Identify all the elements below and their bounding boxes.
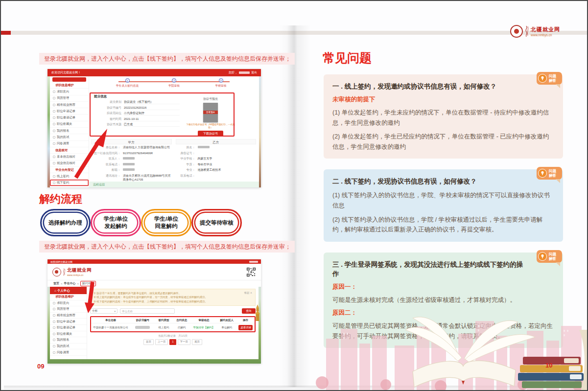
preview-thumbnail[interactable]: 查看预览 bbox=[203, 103, 218, 122]
menu-icon bbox=[53, 142, 55, 145]
page-number-right: 10 bbox=[545, 362, 552, 369]
instruction-strip-2: 登录北疆就业网，进入个人中心，点击【线下签约】，填写个人信息及签约信息后保存并送… bbox=[39, 241, 295, 253]
sidebar-item[interactable]: 求职意向 bbox=[50, 89, 89, 95]
cell-sign-type: 线上签约 bbox=[155, 326, 173, 329]
page-button[interactable]: 下一页 bbox=[178, 339, 191, 345]
sidebar-item[interactable]: 职位邀请记录 bbox=[50, 115, 89, 121]
cell-initiator: 单位解约 bbox=[217, 326, 236, 329]
booklet-spread: 北疆就业网 www.nmbys.cn 登录北疆就业网，进入个人中心，点击【线下签… bbox=[0, 0, 588, 391]
sidebar-active-pill bbox=[52, 77, 86, 82]
step-number: 2 bbox=[172, 78, 176, 83]
sidebar-item[interactable]: 线下签约 bbox=[50, 180, 89, 186]
form-field: 协议书来源 已生成 bbox=[94, 122, 180, 127]
faq-card: 问题 解答 二 . 线下签约，发现协议书信息有误，如何修改？ (1) 线下签约录… bbox=[324, 169, 563, 241]
step-label: 学生录入签约信息 bbox=[116, 84, 139, 88]
menu-icon bbox=[53, 175, 55, 178]
sidebar-item[interactable]: 我的报名 bbox=[50, 337, 87, 344]
brand-name: 北疆就业网 bbox=[531, 26, 560, 33]
site-topbar: 欢迎访问北疆就业网！ 您好， 退出 bbox=[47, 69, 261, 76]
view-detail-button[interactable]: 查看详情 bbox=[238, 325, 253, 330]
menu-icon bbox=[53, 156, 55, 158]
flow-step: 提交等待审核 bbox=[191, 209, 242, 236]
instruction-strip-1: 登录北疆就业网，进入个人中心，点击【线下签约】，填写个人信息及签约信息后保存并送… bbox=[39, 53, 295, 65]
sidebar-item[interactable]: 信息核对 bbox=[50, 147, 89, 154]
company-search-input[interactable] bbox=[120, 308, 175, 314]
menu-icon bbox=[53, 110, 55, 113]
sidebar-item[interactable]: 线上签约 bbox=[50, 173, 89, 180]
logout-link[interactable]: 退出 bbox=[251, 70, 257, 75]
form-field: 协议书编号 20221012620116 bbox=[94, 106, 180, 111]
sidebar-item[interactable]: 毕业去向登记 bbox=[50, 167, 89, 173]
sidebar-item[interactable]: 精准就业推荐 bbox=[50, 313, 87, 319]
sidebar-item[interactable]: 我的报名 bbox=[50, 128, 89, 134]
search-button[interactable]: 查询 bbox=[242, 308, 256, 314]
qa-badge: 问题 解答 bbox=[537, 250, 562, 263]
sidebar-item[interactable]: 我的面试 bbox=[50, 134, 89, 140]
sidebar-item[interactable]: 职位邀请记录 bbox=[50, 325, 87, 331]
print-note: 下载打印电子协议书（A4规格双面打印，一式四份） bbox=[185, 123, 236, 129]
menu-icon bbox=[53, 345, 55, 347]
menu-icon bbox=[53, 97, 55, 99]
form-field: 邮箱： bbox=[91, 168, 172, 173]
sidebar-item[interactable]: 简历管理 bbox=[50, 306, 87, 313]
page-button[interactable]: 1 bbox=[169, 339, 176, 345]
page-button[interactable]: 首页 bbox=[143, 339, 154, 345]
form-field: 姓名： bbox=[176, 145, 257, 150]
faq-paragraph: 可能是生源未核对完成（生源经过省级审核通过，才算核对完成）。 bbox=[332, 295, 554, 305]
screenshot-termination-center: 校园招聘北疆就业网 北疆就业网 www.nmbys.cn bbox=[47, 259, 261, 364]
breadcrumb-home[interactable]: 首页 bbox=[53, 281, 59, 286]
menu-icon bbox=[53, 321, 55, 323]
chevron-down-icon: ▾ bbox=[114, 310, 116, 313]
menu-icon bbox=[53, 302, 55, 304]
sidebar-item[interactable]: 职位收藏夹 bbox=[50, 331, 87, 338]
sidebar-item[interactable]: 职位收藏夹 bbox=[50, 121, 89, 128]
sidebar-item[interactable]: 基本信息核对 bbox=[50, 154, 89, 160]
sidebar-item[interactable]: 就业信息核对 bbox=[50, 161, 89, 167]
form-field: 联系电话： bbox=[176, 174, 257, 179]
sidebar-item[interactable]: 职位申请记录 bbox=[50, 108, 89, 115]
type-select[interactable]: 全部 ▾ bbox=[90, 308, 118, 314]
sidebar-item[interactable]: 问卷调查 bbox=[50, 349, 87, 356]
sidebar-item[interactable]: 职位申请记录 bbox=[50, 319, 87, 325]
breadcrumb-termination-center[interactable]: 解约中心 bbox=[80, 281, 96, 286]
faq-paragraph: (2) 单位发起签约，学生已经应约的情况下，单位在数据管理 - 已应约中修改邀约… bbox=[332, 132, 554, 152]
notice-box: ① 协议书一旦生成，需要解约并与新单位签约，须先完成必要的解约操作。② 线上签约… bbox=[90, 289, 256, 306]
form-field: 学历： 专科生毕业 bbox=[176, 162, 257, 167]
faq-card: 问题 解答 一 . 线上签约，发现邀约或协议书信息有误，如何修改？ 未审核的前提… bbox=[324, 74, 563, 159]
sidebar-item[interactable]: 问卷调查 bbox=[50, 141, 89, 147]
faq-block: 可能是生源未核对完成（生源经过省级审核通过，才算核对完成）。 bbox=[332, 295, 554, 305]
page-button[interactable]: 上一页 bbox=[155, 339, 168, 345]
redacted-value bbox=[135, 326, 150, 329]
sidebar-item[interactable]: 简历管理 bbox=[50, 95, 89, 102]
record-count: 当前共2条记录 共1/1页 bbox=[90, 334, 256, 338]
breadcrumb-student-center[interactable]: 学生中心 bbox=[64, 281, 76, 286]
cell-contract-status: 已解约 bbox=[173, 326, 191, 329]
collapse-link[interactable]: 收起 ∧ bbox=[244, 291, 252, 295]
emblem-icon bbox=[52, 268, 61, 276]
page-button[interactable]: 尾页 bbox=[192, 339, 202, 345]
faq-question: 二 . 线下签约，发现协议书信息有误，如何修改？ bbox=[332, 177, 554, 186]
sidebar-item[interactable]: 求职信息维护 bbox=[50, 82, 89, 89]
party-a-section: 甲方 单位名称： 济南特佳人力资源管理咨询有限公司 统一社会信用代码： bbox=[91, 139, 172, 182]
download-agreement-button[interactable]: 下载协议书 bbox=[198, 131, 223, 137]
sidebar-item[interactable]: 精准就业推荐 bbox=[50, 102, 89, 108]
menu-icon bbox=[53, 314, 55, 317]
termination-main: ① 协议书一旦生成，需要解约并与新单位签约，须先完成必要的解约操作。② 线上签约… bbox=[87, 287, 259, 359]
step-number: 3 bbox=[219, 78, 223, 83]
menu-icon bbox=[53, 339, 55, 341]
menu-icon bbox=[53, 136, 55, 138]
party-b-header: 乙方 bbox=[176, 139, 257, 144]
sidebar-personal-center[interactable]: 个人中心 bbox=[50, 287, 87, 294]
faq-question: 一 . 线上签约，发现邀约或协议书信息有误，如何修改？ bbox=[332, 82, 554, 92]
sidebar-item[interactable]: 求职意向 bbox=[50, 300, 87, 307]
pagoda-decoration bbox=[255, 304, 260, 321]
menu-icon bbox=[53, 326, 55, 329]
sidebar-item[interactable]: 求职信息维护 bbox=[50, 294, 87, 300]
sidebar-item[interactable]: 我的面试 bbox=[50, 344, 87, 350]
site-logo[interactable]: 北疆就业网 www.nmbys.cn bbox=[52, 267, 92, 276]
party-b-section: 乙方 姓名： 身份证号： bbox=[176, 139, 257, 182]
menu-icon bbox=[53, 162, 55, 164]
emblem-icon bbox=[510, 25, 523, 38]
pagination: 首页上一页1下一页尾页 bbox=[90, 339, 256, 345]
faq-block: 原因一： bbox=[332, 283, 554, 291]
